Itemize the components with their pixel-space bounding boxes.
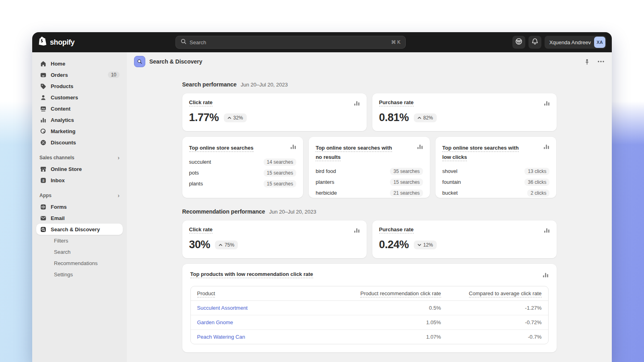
report-chart-icon[interactable]	[354, 100, 360, 108]
sidebar-item-products[interactable]: Products	[36, 80, 123, 92]
bell-icon	[531, 38, 539, 47]
count-badge: 36 clicks	[524, 179, 549, 186]
list-item: plants15 searches	[189, 178, 297, 189]
metric-card-search-purchase-rate: Purchase rate 0.81% 82%	[372, 93, 557, 131]
more-actions-button[interactable]	[597, 60, 605, 63]
report-chart-icon[interactable]	[290, 144, 296, 151]
sidebar-item-inbox[interactable]: S Inbox	[36, 175, 123, 186]
list-title[interactable]: Top online store searches with low click…	[442, 145, 519, 161]
search-performance-header: Search performance Jun 20–Jul 20, 2023	[182, 81, 557, 88]
report-chart-icon[interactable]	[543, 144, 549, 151]
product-link[interactable]: Peach Watering Can	[197, 334, 320, 340]
table-row: Peach Watering Can 1.07% -0.7%	[191, 330, 548, 344]
col-click-rate[interactable]: Product recommendation click rate	[360, 290, 441, 298]
sidebar-item-orders[interactable]: Orders 10	[36, 69, 123, 80]
search-icon	[181, 39, 186, 46]
user-avatar: XA	[594, 37, 605, 48]
click-rate-value: 1.05%	[320, 319, 441, 325]
compared-value: -0.72%	[441, 319, 542, 325]
sidebar-item-email[interactable]: Email	[36, 212, 123, 224]
delta-badge-up: 82%	[414, 113, 437, 122]
list-item: succulent14 searches	[189, 156, 297, 167]
sidebar-subitem-search[interactable]: Search	[36, 246, 123, 257]
metric-label[interactable]: Purchase rate	[379, 99, 414, 107]
list-title[interactable]: Top online store searches with no result…	[316, 145, 392, 161]
topbar: shopify ⌘ K	[32, 32, 612, 52]
metric-card-rec-purchase-rate: Purchase rate 0.24% 12%	[372, 220, 557, 258]
list-item: pots15 searches	[189, 167, 297, 178]
click-rate-value: 1.07%	[320, 334, 441, 340]
table-row: Succulent Assortment 0.5% -1.27%	[191, 301, 548, 315]
sidekick-button[interactable]	[512, 36, 525, 49]
delta-badge-up: 75%	[215, 241, 238, 249]
list-item: fountain36 clicks	[442, 177, 550, 187]
global-search[interactable]: ⌘ K	[175, 36, 406, 49]
metric-label[interactable]: Purchase rate	[379, 226, 414, 234]
sidebar-item-marketing[interactable]: Marketing	[36, 125, 123, 137]
sidebar-subitem-recommendations[interactable]: Recommendations	[36, 257, 123, 269]
discount-icon	[39, 139, 47, 146]
sidebar-item-search-discovery[interactable]: Search & Discovery	[36, 224, 123, 235]
low-rec-click-rate-card: Top products with low recommendation cli…	[182, 264, 557, 352]
count-badge: 21 searches	[390, 189, 423, 197]
top-searches-card: Top online store searches succulent14 se…	[182, 137, 303, 198]
sidebar-subitem-settings[interactable]: Settings	[36, 269, 123, 280]
chevron-right-icon: ›	[118, 192, 120, 199]
user-name: Xquenda Andreev	[549, 39, 591, 45]
click-rate-value: 0.5%	[320, 305, 441, 311]
sidebar-item-discounts[interactable]: Discounts	[36, 137, 123, 148]
search-shortcut: ⌘ K	[391, 39, 400, 45]
product-link[interactable]: Garden Gnome	[197, 319, 320, 325]
sidebar-section-sales-channels[interactable]: Sales channels ›	[36, 154, 123, 161]
content-scroll[interactable]: Search performance Jun 20–Jul 20, 2023 C…	[127, 71, 612, 362]
sidebar-item-customers[interactable]: Customers	[36, 92, 123, 103]
table-row: Garden Gnome 1.05% -0.72%	[191, 315, 548, 330]
table-title[interactable]: Top products with low recommendation cli…	[190, 271, 313, 278]
metric-label[interactable]: Click rate	[189, 226, 213, 234]
list-title[interactable]: Top online store searches	[189, 145, 254, 152]
sidebar-section-apps[interactable]: Apps ›	[36, 192, 123, 199]
metric-value: 0.24%	[379, 239, 409, 251]
count-badge: 13 clicks	[524, 168, 549, 175]
envelope-icon	[39, 214, 47, 222]
count-badge: 15 searches	[264, 169, 296, 177]
report-chart-icon[interactable]	[544, 100, 550, 108]
count-badge: 2 clicks	[527, 189, 549, 197]
user-menu[interactable]: Xquenda Andreev XA	[545, 36, 606, 49]
caret-up-icon	[227, 116, 231, 119]
report-chart-icon[interactable]	[544, 227, 550, 235]
count-badge: 35 searches	[390, 168, 423, 175]
report-chart-icon[interactable]	[354, 227, 360, 235]
table-header-row: Product Product recommendation click rat…	[191, 286, 548, 301]
report-chart-icon[interactable]	[417, 144, 423, 151]
sidebar-item-home[interactable]: Home	[36, 58, 123, 69]
count-badge: 15 searches	[264, 180, 296, 187]
list-item: shovel13 clicks	[442, 166, 550, 177]
col-product[interactable]: Product	[197, 290, 215, 298]
storefront-icon	[39, 165, 47, 173]
compared-value: -0.7%	[441, 334, 542, 340]
caret-up-icon	[219, 243, 223, 247]
shopify-logo[interactable]: shopify	[38, 36, 74, 48]
sidebar-item-content[interactable]: Content	[36, 103, 123, 114]
pin-icon	[584, 59, 590, 65]
pin-button[interactable]	[584, 59, 590, 65]
notifications-button[interactable]	[528, 36, 541, 49]
metric-label[interactable]: Click rate	[189, 99, 213, 107]
page-title: Search & Discovery	[149, 58, 202, 65]
product-link[interactable]: Succulent Assortment	[197, 305, 320, 311]
sidebar-subitem-filters[interactable]: Filters	[36, 235, 123, 246]
report-chart-icon[interactable]	[543, 272, 549, 280]
metric-value: 30%	[189, 239, 211, 251]
search-discovery-app-icon	[134, 56, 145, 67]
col-compared[interactable]: Compared to average click rate	[469, 290, 542, 298]
search-input[interactable]	[190, 39, 388, 45]
sidebar-item-analytics[interactable]: Analytics	[36, 114, 123, 125]
sidekick-icon	[515, 37, 523, 47]
date-range: Jun 20–Jul 20, 2023	[269, 209, 316, 215]
caret-up-icon	[417, 116, 421, 119]
recommendation-performance-header: Recommendation performance Jun 20–Jul 20…	[182, 208, 557, 215]
sidebar-item-online-store[interactable]: Online Store	[36, 163, 123, 175]
orders-count-badge: 10	[108, 72, 120, 78]
sidebar-item-forms[interactable]: Forms	[36, 201, 123, 212]
